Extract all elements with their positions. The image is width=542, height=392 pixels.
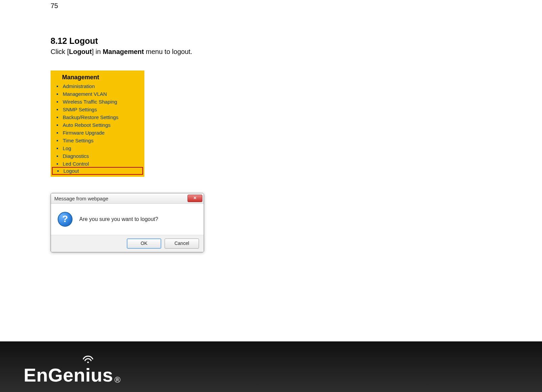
svg-point-0 — [87, 362, 89, 363]
management-menu-item-label: Log — [63, 145, 71, 151]
instruction-text: Click [ — [51, 48, 69, 55]
management-menu-item-label: Auto Reboot Settings — [63, 122, 111, 128]
management-menu-item[interactable]: Backup/Restore Settings — [52, 113, 143, 121]
bullet-icon — [57, 132, 58, 134]
section-heading: 8.12 Logout — [51, 36, 489, 46]
page-footer: EnGen i us® — [0, 341, 542, 392]
management-menu-item-label: Firmware Upgrade — [63, 130, 105, 136]
bullet-icon — [57, 124, 58, 126]
cancel-button[interactable]: Cancel — [165, 239, 199, 249]
bullet-icon — [57, 117, 58, 118]
management-menu-item[interactable]: Logout — [52, 167, 143, 175]
management-menu-item-label: Backup/Restore Settings — [63, 114, 118, 120]
management-menu-item[interactable]: Firmware Upgrade — [52, 129, 143, 137]
bullet-icon — [57, 148, 58, 149]
instruction-management-bold: Management — [103, 48, 144, 55]
instruction-logout-bold: Logout — [69, 48, 92, 55]
dialog-button-row: OK Cancel — [51, 235, 204, 252]
management-menu-item-label: Wireless Traffic Shaping — [63, 99, 117, 105]
brand-text-i: i — [85, 362, 91, 385]
management-menu-item[interactable]: SNMP Settings — [52, 106, 143, 113]
bullet-icon — [57, 101, 58, 103]
bullet-icon — [57, 170, 59, 172]
bullet-icon — [57, 93, 58, 95]
dialog-body: ? Are you sure you want to logout? — [51, 204, 204, 235]
brand-logo: EnGen i us® — [24, 362, 120, 385]
management-menu-item[interactable]: Wireless Traffic Shaping — [52, 98, 143, 106]
management-menu: Management AdministrationManagement VLAN… — [51, 71, 144, 177]
management-menu-item-label: Led Control — [63, 161, 89, 167]
confirm-dialog: Message from webpage ✕ ? Are you sure yo… — [51, 193, 204, 252]
management-menu-item-label: Time Settings — [63, 138, 93, 143]
management-menu-item-label: Logout — [63, 168, 79, 174]
management-menu-item-label: SNMP Settings — [63, 107, 97, 112]
bullet-icon — [57, 140, 58, 141]
management-menu-title: Management — [52, 72, 143, 82]
management-menu-item-label: Administration — [63, 83, 95, 89]
bullet-icon — [57, 109, 58, 110]
question-icon: ? — [58, 212, 73, 227]
instruction-text: ] in — [92, 48, 103, 55]
management-menu-item-label: Diagnostics — [63, 153, 89, 159]
wifi-icon — [82, 354, 94, 363]
instruction-line: Click [Logout] in Management menu to log… — [51, 48, 489, 56]
bullet-icon — [57, 86, 58, 87]
bullet-icon — [57, 163, 58, 165]
management-menu-item-label: Management VLAN — [63, 91, 107, 97]
management-menu-item[interactable]: Auto Reboot Settings — [52, 121, 143, 129]
dialog-titlebar: Message from webpage ✕ — [51, 193, 204, 204]
management-menu-item[interactable]: Management VLAN — [52, 90, 143, 98]
dialog-title: Message from webpage — [54, 196, 108, 201]
brand-text-right: us — [91, 366, 113, 385]
management-menu-item[interactable]: Led Control — [52, 160, 143, 168]
ok-button[interactable]: OK — [127, 239, 161, 249]
management-menu-item[interactable]: Administration — [52, 82, 143, 90]
management-menu-item[interactable]: Time Settings — [52, 137, 143, 144]
close-icon[interactable]: ✕ — [188, 195, 202, 202]
instruction-text: menu to logout. — [144, 48, 192, 55]
brand-text-left: EnGen — [24, 366, 85, 385]
registered-mark: ® — [114, 375, 120, 385]
dialog-message: Are you sure you want to logout? — [79, 216, 158, 222]
page-number: 75 — [51, 2, 489, 10]
management-menu-item[interactable]: Diagnostics — [52, 152, 143, 160]
management-menu-item[interactable]: Log — [52, 144, 143, 152]
bullet-icon — [57, 156, 58, 157]
